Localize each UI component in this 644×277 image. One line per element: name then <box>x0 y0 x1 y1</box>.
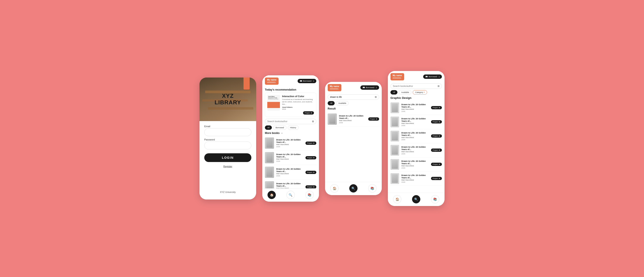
list-item: Drawn to Life: 20 Golden Years of... Wal… <box>265 150 316 165</box>
search-nav-library-button[interactable]: 📚 <box>368 184 376 193</box>
list-item: Drawn to Life: 20 Golden Years of... Wal… <box>265 165 316 180</box>
tab-borrowed[interactable]: Borrowed <box>273 125 286 130</box>
book-icon: 📖 <box>300 80 302 82</box>
recommendation-thumb: Josef Albers Interaction of Color 50th A… <box>267 95 280 111</box>
result-pinjam-button[interactable]: Pinjam ⊕ <box>368 117 379 121</box>
register-link[interactable]: Register <box>204 165 251 168</box>
result-book-info: Drawn to Life: 20 Golden Years of... Wal… <box>339 115 366 124</box>
login-button[interactable]: LOGIN <box>204 153 251 162</box>
category-search-bar[interactable]: ⊞ <box>390 83 442 89</box>
home-search-bar[interactable]: ⊞ <box>265 119 316 124</box>
home-header: My name 00000001 📖 Borrowed : 1 <box>262 75 319 86</box>
cat-nav-home-button[interactable]: 🏠 <box>393 195 401 203</box>
category-borrowed-count: Borrowed : 1 <box>428 76 440 78</box>
cat-book-info-1: Drawn to Life: 20 Golden Years of... Wal… <box>401 117 429 127</box>
tab-history[interactable]: History <box>288 125 299 130</box>
cat-pinjam-button-4[interactable]: Pinjam ⊕ <box>431 163 442 166</box>
email-input[interactable] <box>204 128 251 136</box>
list-item: Drawn to Life: 20 Golden Years of... Wal… <box>390 129 442 143</box>
book-action-1: Pinjam ⊕ <box>306 156 316 159</box>
home-filter-tabs: All Borrowed History <box>265 125 316 130</box>
category-tab-category[interactable]: Category ▾ <box>413 90 427 94</box>
pinjam-button-1[interactable]: Pinjam ⊕ <box>306 156 316 159</box>
result-book-thumb <box>328 113 337 125</box>
rec-book-title: Interaction of Color <box>282 95 314 98</box>
chevron-down-icon: ▾ <box>424 91 425 93</box>
cat-book-thumb-0 <box>390 102 399 113</box>
rec-book-desc: Conceived as a handbook and teaching aid… <box>282 98 314 106</box>
recommendation-title: Today's recommendation <box>265 88 316 91</box>
home-search-input[interactable] <box>267 120 311 123</box>
pinjam-button-3[interactable]: Pinjam ⊕ <box>306 185 316 188</box>
book-action-2: Pinjam ⊕ <box>306 171 316 174</box>
cat-pinjam-button-2[interactable]: Pinjam ⊕ <box>431 134 442 138</box>
cat-book-info-0: Drawn to Life: 20 Golden Years of... Wal… <box>401 103 429 112</box>
search-borrowed-badge: 📖 Borrowed : 1 <box>360 85 379 90</box>
cat-book-thumb-2 <box>390 131 399 142</box>
search-content: ⊞ All Available Result Drawn to Life: 20… <box>325 93 382 182</box>
rec-book-year: 2013 <box>282 108 314 110</box>
category-tab-all[interactable]: All <box>390 90 398 94</box>
login-screen: XYZ LIBRARY Email Password LOGIN Registe… <box>200 77 256 200</box>
nav-search-button[interactable]: 🔍 <box>286 191 295 199</box>
category-header: My name 00000001 📖 Borrowed : 1 <box>388 71 444 82</box>
cat-book-info-3: Drawn to Life: 20 Golden Years of... Wal… <box>401 146 429 155</box>
book-info-2: Drawn to Life: 20 Golden Years of... Wal… <box>276 168 303 177</box>
search-filter-icon: ⊞ <box>375 96 377 98</box>
category-tab-available[interactable]: Available <box>399 90 412 94</box>
category-filter-icon: ⊞ <box>438 85 440 87</box>
cat-pinjam-button-1[interactable]: Pinjam ⊕ <box>431 120 442 123</box>
pinjam-button-2[interactable]: Pinjam ⊕ <box>306 171 316 174</box>
book-action-3: Pinjam ⊕ <box>306 185 316 188</box>
list-item: Drawn to Life: 20 Golden Years of... Wal… <box>390 101 442 115</box>
borrowed-badge: 📖 Borrowed : 1 <box>298 79 316 83</box>
recommendation-info: Interaction of Color Conceived as a hand… <box>282 95 314 115</box>
user-name: My name <box>267 78 276 81</box>
cat-book-thumb-1 <box>390 116 399 127</box>
search-borrowed-count: Borrowed : 1 <box>366 86 377 89</box>
category-search-input[interactable] <box>393 85 436 87</box>
category-book-icon: 📖 <box>425 76 428 78</box>
book-thumb-1 <box>265 152 274 163</box>
result-title: Result <box>328 107 379 110</box>
cat-nav-search-button[interactable]: 🔍 <box>412 195 420 203</box>
search-nav-home-button[interactable]: 🏠 <box>330 184 338 193</box>
cat-pinjam-button-0[interactable]: Pinjam ⊕ <box>431 106 442 109</box>
category-user-name: My name <box>393 74 402 77</box>
search-nav-search-button[interactable]: 🔍 <box>349 184 358 193</box>
home-content: Today's recommendation Josef Albers Inte… <box>262 86 319 188</box>
search-bar-with-value[interactable]: ⊞ <box>328 94 379 100</box>
book-action-0: Pinjam ⊕ <box>306 142 316 145</box>
hero-title-area: XYZ LIBRARY <box>200 77 256 121</box>
rec-pinjam-button[interactable]: Pinjam ⊕ <box>303 111 314 115</box>
search-tab-all[interactable]: All <box>328 101 335 105</box>
search-tab-available[interactable]: Available <box>336 101 348 105</box>
nav-library-button[interactable]: 📚 <box>306 191 314 199</box>
search-bottom-nav: 🏠 🔍 📚 <box>325 182 382 195</box>
cat-nav-library-button[interactable]: 📚 <box>431 195 439 203</box>
more-books-arrow-icon: → <box>280 132 283 135</box>
cat-book-info-4: Drawn to Life: 20 Golden Years of... Wal… <box>401 160 429 169</box>
search-user-name: My name <box>330 85 339 88</box>
password-input[interactable] <box>204 142 251 149</box>
login-form: Email Password LOGIN Register XYZ Univer… <box>200 121 256 200</box>
color-block <box>267 102 280 108</box>
borrowed-count: Borrowed : 1 <box>303 80 314 82</box>
category-bottom-nav: 🏠 🔍 📚 <box>388 193 444 206</box>
list-item: Drawn to Life: 20 Golden Years of... Wal… <box>390 157 442 172</box>
graphic-design-title: Graphic Design <box>390 96 442 99</box>
list-item: Drawn to Life: 20 Golden Years of... Wal… <box>390 172 442 186</box>
nav-home-button[interactable]: 🏠 <box>268 191 276 199</box>
cat-book-info-5: Drawn to Life: 20 Golden Years of... Wal… <box>401 174 429 183</box>
filter-icon: ⊞ <box>312 120 314 123</box>
cat-pinjam-button-3[interactable]: Pinjam ⊕ <box>431 149 442 152</box>
more-books-header: More books → <box>265 132 316 135</box>
search-input-active[interactable] <box>330 96 374 98</box>
more-books-title: More books <box>265 132 280 135</box>
pinjam-button-0[interactable]: Pinjam ⊕ <box>306 142 316 145</box>
cat-book-thumb-3 <box>390 145 399 156</box>
screens-container: XYZ LIBRARY Email Password LOGIN Registe… <box>200 71 444 206</box>
cat-pinjam-button-5[interactable]: Pinjam ⊕ <box>431 177 442 180</box>
app-title: XYZ LIBRARY <box>214 93 241 106</box>
tab-all[interactable]: All <box>265 125 272 130</box>
